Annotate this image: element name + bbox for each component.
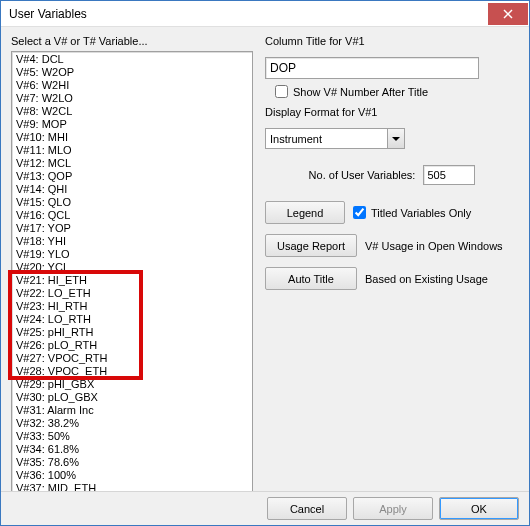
list-item[interactable]: V#32: 38.2% xyxy=(12,417,252,430)
list-item[interactable]: V#9: MOP xyxy=(12,118,252,131)
usage-row: Usage Report V# Usage in Open Windows xyxy=(265,234,519,257)
list-item[interactable]: V#8: W2CL xyxy=(12,105,252,118)
auto-title-button[interactable]: Auto Title xyxy=(265,267,357,290)
titled-only-checkbox[interactable] xyxy=(353,206,366,219)
list-item[interactable]: V#33: 50% xyxy=(12,430,252,443)
variable-select-label: Select a V# or T# Variable... xyxy=(11,35,253,47)
show-number-label[interactable]: Show V# Number After Title xyxy=(293,86,428,98)
display-format-label: Display Format for V#1 xyxy=(265,106,519,118)
list-item[interactable]: V#34: 61.8% xyxy=(12,443,252,456)
list-item[interactable]: V#12: MCL xyxy=(12,157,252,170)
display-format-select[interactable] xyxy=(265,128,405,149)
list-item[interactable]: V#28: VPOC_ETH xyxy=(12,365,252,378)
numvars-row: No. of User Variables: xyxy=(265,165,519,185)
list-item[interactable]: V#17: YOP xyxy=(12,222,252,235)
list-item[interactable]: V#35: 78.6% xyxy=(12,456,252,469)
list-item[interactable]: V#11: MLO xyxy=(12,144,252,157)
list-item[interactable]: V#22: LO_ETH xyxy=(12,287,252,300)
list-item[interactable]: V#16: QCL xyxy=(12,209,252,222)
variable-listbox[interactable]: V#4: DCLV#5: W2OPV#6: W2HIV#7: W2LOV#8: … xyxy=(11,51,253,491)
list-item[interactable]: V#30: pLO_GBX xyxy=(12,391,252,404)
display-format-select-wrap xyxy=(265,128,405,149)
column-title-label: Column Title for V#1 xyxy=(265,35,519,47)
show-number-checkbox[interactable] xyxy=(275,85,288,98)
list-item[interactable]: V#18: YHI xyxy=(12,235,252,248)
left-panel: Select a V# or T# Variable... V#4: DCLV#… xyxy=(11,35,253,485)
list-item[interactable]: V#27: VPOC_RTH xyxy=(12,352,252,365)
close-icon xyxy=(503,9,513,19)
list-item[interactable]: V#24: LO_RTH xyxy=(12,313,252,326)
list-item[interactable]: V#23: HI_RTH xyxy=(12,300,252,313)
user-variables-dialog: User Variables Select a V# or T# Variabl… xyxy=(0,0,530,526)
cancel-button[interactable]: Cancel xyxy=(267,497,347,520)
right-panel: Column Title for V#1 Show V# Number Afte… xyxy=(265,35,519,485)
usage-report-button[interactable]: Usage Report xyxy=(265,234,357,257)
close-button[interactable] xyxy=(488,3,528,25)
list-item[interactable]: V#15: QLO xyxy=(12,196,252,209)
legend-button[interactable]: Legend xyxy=(265,201,345,224)
list-item[interactable]: V#29: pHI_GBX xyxy=(12,378,252,391)
list-item[interactable]: V#36: 100% xyxy=(12,469,252,482)
list-item[interactable]: V#20: YCL xyxy=(12,261,252,274)
list-item[interactable]: V#4: DCL xyxy=(12,53,252,66)
window-title: User Variables xyxy=(1,7,87,21)
list-item[interactable]: V#7: W2LO xyxy=(12,92,252,105)
legend-row: Legend Titled Variables Only xyxy=(265,201,519,224)
list-item[interactable]: V#6: W2HI xyxy=(12,79,252,92)
dialog-body: Select a V# or T# Variable... V#4: DCLV#… xyxy=(1,27,529,491)
show-number-row: Show V# Number After Title xyxy=(265,85,519,98)
column-title-input[interactable] xyxy=(265,57,479,79)
numvars-input[interactable] xyxy=(423,165,475,185)
list-item[interactable]: V#37: MID_ETH xyxy=(12,482,252,491)
titled-only-wrap: Titled Variables Only xyxy=(353,206,471,219)
apply-button[interactable]: Apply xyxy=(353,497,433,520)
list-item[interactable]: V#26: pLO_RTH xyxy=(12,339,252,352)
autotitle-row: Auto Title Based on Existing Usage xyxy=(265,267,519,290)
list-item[interactable]: V#10: MHI xyxy=(12,131,252,144)
numvars-label: No. of User Variables: xyxy=(309,169,416,181)
list-wrap: V#4: DCLV#5: W2OPV#6: W2HIV#7: W2LOV#8: … xyxy=(11,51,253,491)
list-item[interactable]: V#25: pHI_RTH xyxy=(12,326,252,339)
list-item[interactable]: V#13: QOP xyxy=(12,170,252,183)
list-item[interactable]: V#21: HI_ETH xyxy=(12,274,252,287)
list-item[interactable]: V#31: Alarm Inc xyxy=(12,404,252,417)
dialog-footer: Cancel Apply OK xyxy=(1,491,529,525)
list-item[interactable]: V#5: W2OP xyxy=(12,66,252,79)
ok-button[interactable]: OK xyxy=(439,497,519,520)
auto-title-desc: Based on Existing Usage xyxy=(365,273,488,285)
usage-report-desc: V# Usage in Open Windows xyxy=(365,240,503,252)
list-item[interactable]: V#19: YLO xyxy=(12,248,252,261)
list-item[interactable]: V#14: QHI xyxy=(12,183,252,196)
titlebar: User Variables xyxy=(1,1,529,27)
titled-only-label[interactable]: Titled Variables Only xyxy=(371,207,471,219)
